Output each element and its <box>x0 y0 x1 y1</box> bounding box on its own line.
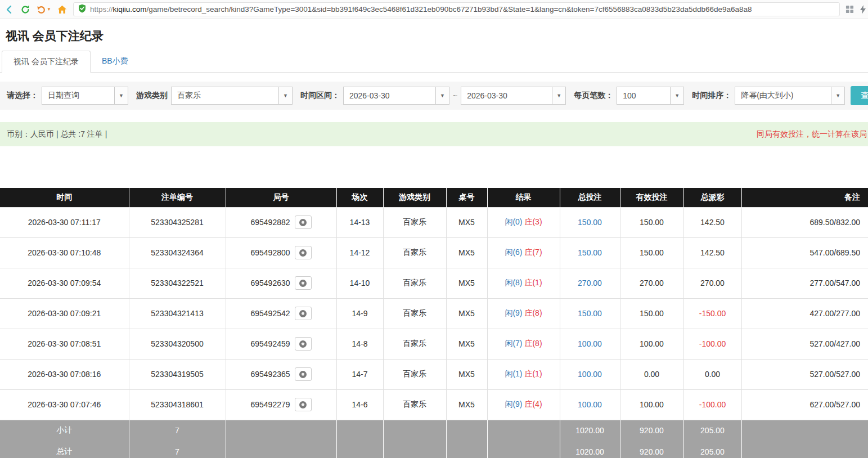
chevron-down-icon[interactable]: ▼ <box>670 87 683 104</box>
game-video-replay-button[interactable] <box>295 398 312 411</box>
cell-round: 695492459 <box>226 329 336 359</box>
query-type-label: 请选择： <box>7 91 38 101</box>
tab-bar: 视讯 会员下注纪录 BB小费 <box>0 51 868 73</box>
game-video-replay-button[interactable] <box>295 337 312 351</box>
cell-round: 695492279 <box>226 389 336 420</box>
total-count: 7 <box>129 441 226 458</box>
filter-bar: 请选择： 日期查询 ▼ 游戏类别 百家乐 ▼ 时间区间： 2026-03-30 … <box>0 82 868 110</box>
lightning-icon[interactable] <box>860 5 866 15</box>
refresh-icon[interactable] <box>20 5 30 15</box>
cell-game-type: 百家乐 <box>383 359 446 389</box>
cell-total-bet[interactable]: 270.00 <box>560 268 620 298</box>
cell-game-type: 百家乐 <box>383 207 446 237</box>
subtotal-payout: 205.00 <box>683 420 741 441</box>
page-size-select[interactable]: 100 ▼ <box>617 87 684 105</box>
cell-valid-bet: 150.00 <box>620 237 683 268</box>
header-round: 局号 <box>226 188 336 207</box>
cell-total-bet[interactable]: 100.00 <box>560 359 620 389</box>
tab-bet-records[interactable]: 视讯 会员下注纪录 <box>2 51 91 73</box>
date-to-select[interactable]: 2026-03-30 ▼ <box>461 87 566 105</box>
cell-table-no: MX5 <box>446 207 487 237</box>
cell-result: 闲(8) 庄(1) <box>487 268 560 298</box>
cell-valid-bet: 150.00 <box>620 298 683 329</box>
cell-note: 527.00/527.00 <box>741 359 868 389</box>
game-type-label: 游戏类别 <box>136 91 168 101</box>
chevron-down-icon[interactable]: ▼ <box>552 87 565 104</box>
cell-table-no: MX5 <box>446 329 487 359</box>
cell-bet-id: 523304318601 <box>129 389 226 420</box>
game-video-icon <box>299 309 307 318</box>
tab-bb-tips[interactable]: BB小费 <box>91 51 140 72</box>
bet-table-body: 2026-03-30 07:11:17 523304325281 6954928… <box>0 207 868 420</box>
cell-bet-id: 523304325281 <box>129 207 226 237</box>
header-valid-bet: 有效投注 <box>620 188 683 207</box>
header-payout: 总派彩 <box>683 188 741 207</box>
total-valid-bet: 920.00 <box>620 441 683 458</box>
cell-valid-bet: 150.00 <box>620 207 683 237</box>
cell-total-bet[interactable]: 100.00 <box>560 389 620 420</box>
game-video-replay-button[interactable] <box>295 307 312 320</box>
cell-valid-bet: 0.00 <box>620 359 683 389</box>
cell-time: 2026-03-30 07:11:17 <box>0 207 129 237</box>
cell-payout: -150.00 <box>683 298 741 329</box>
tilde-separator: ~ <box>453 91 457 100</box>
cell-session: 14-8 <box>336 329 383 359</box>
cell-table-no: MX5 <box>446 389 487 420</box>
address-bar[interactable]: https://kiqiiu.com/game/betrecord_search… <box>73 2 840 16</box>
cell-bet-id: 523304321413 <box>129 298 226 329</box>
header-note: 备注 <box>741 188 868 207</box>
chevron-down-icon[interactable]: ▼ <box>435 87 449 104</box>
cell-round: 695492542 <box>226 298 336 329</box>
date-from-select[interactable]: 2026-03-30 ▼ <box>343 87 449 105</box>
cell-total-bet[interactable]: 150.00 <box>560 298 620 329</box>
chevron-down-icon[interactable]: ▼ <box>114 87 128 104</box>
table-row: 2026-03-30 07:10:48 523304324364 6954928… <box>0 237 868 268</box>
header-total-bet: 总投注 <box>560 188 620 207</box>
cell-total-bet[interactable]: 100.00 <box>560 329 620 359</box>
cell-time: 2026-03-30 07:08:16 <box>0 359 129 389</box>
subtotal-total-bet: 1020.00 <box>560 420 620 441</box>
game-video-icon <box>299 279 307 288</box>
chevron-down-icon[interactable]: ▼ <box>47 7 51 12</box>
header-bet-id: 注单编号 <box>129 188 226 207</box>
cell-result: 闲(0) 庄(3) <box>487 207 560 237</box>
cell-session: 14-6 <box>336 389 383 420</box>
chevron-down-icon[interactable]: ▼ <box>278 87 292 104</box>
browser-toolbar: ▼ https://kiqiiu.com/game/betrecord_sear… <box>0 0 868 19</box>
back-icon[interactable] <box>5 5 15 15</box>
cell-time: 2026-03-30 07:07:46 <box>0 389 129 420</box>
cell-total-bet[interactable]: 150.00 <box>560 207 620 237</box>
table-row: 2026-03-30 07:07:46 523304318601 6954922… <box>0 389 868 420</box>
cell-total-bet[interactable]: 150.00 <box>560 237 620 268</box>
cell-note: 547.00/689.50 <box>741 237 868 268</box>
cell-round: 695492882 <box>226 207 336 237</box>
game-video-icon <box>299 401 307 409</box>
game-video-replay-button[interactable] <box>295 367 312 381</box>
security-shield-icon[interactable] <box>78 4 86 15</box>
cell-valid-bet: 100.00 <box>620 389 683 420</box>
extensions-grid-icon[interactable] <box>845 5 854 14</box>
bet-records-table: 时间 注单编号 局号 场次 游戏类别 桌号 结果 总投注 有效投注 总派彩 备注… <box>0 188 868 458</box>
game-video-replay-button[interactable] <box>295 276 312 290</box>
undo-icon[interactable]: ▼ <box>36 5 51 15</box>
chevron-down-icon[interactable]: ▼ <box>831 87 844 104</box>
home-icon[interactable] <box>57 5 68 15</box>
cell-result: 闲(9) 庄(8) <box>487 298 560 329</box>
game-video-replay-button[interactable] <box>295 215 312 229</box>
cell-round: 695492365 <box>226 359 336 389</box>
cell-game-type: 百家乐 <box>383 237 446 268</box>
cell-bet-id: 523304324364 <box>129 237 226 268</box>
valid-bet-notice: 同局有效投注，统一计算在该局 <box>757 129 867 140</box>
cell-time: 2026-03-30 07:10:48 <box>0 237 129 268</box>
cell-round: 695492630 <box>226 268 336 298</box>
query-type-select[interactable]: 日期查询 ▼ <box>42 87 128 105</box>
cell-payout: -100.00 <box>683 329 741 359</box>
cell-table-no: MX5 <box>446 268 487 298</box>
game-video-replay-button[interactable] <box>295 246 312 259</box>
sort-order-select[interactable]: 降幂(由大到小) ▼ <box>735 87 845 105</box>
game-type-select[interactable]: 百家乐 ▼ <box>171 87 293 105</box>
search-button[interactable]: 查询 <box>851 86 868 105</box>
cell-result: 闲(1) 庄(1) <box>487 359 560 389</box>
total-row: 总计 7 1020.00 920.00 205.00 <box>0 441 868 458</box>
table-header: 时间 注单编号 局号 场次 游戏类别 桌号 结果 总投注 有效投注 总派彩 备注 <box>0 188 868 207</box>
